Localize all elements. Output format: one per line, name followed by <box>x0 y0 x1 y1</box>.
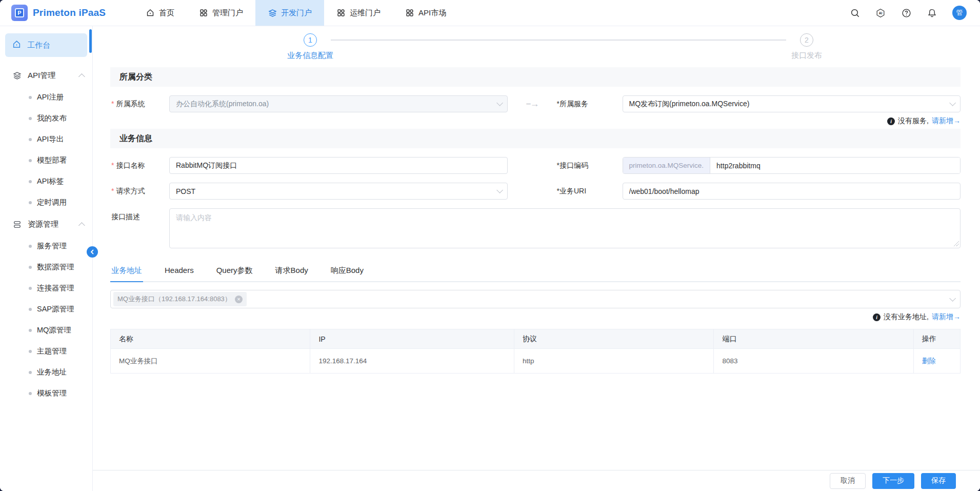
request-method-select[interactable]: POST <box>169 183 508 200</box>
layers-icon <box>12 71 22 80</box>
database-icon <box>12 220 22 229</box>
cell-port: 8083 <box>714 349 913 374</box>
system-select[interactable]: 办公自动化系统(primeton.oa) <box>169 95 508 112</box>
chevron-up-icon <box>78 222 85 229</box>
sidebar-item-api-tags[interactable]: API标签 <box>0 171 92 192</box>
sidebar-item-label: 数据源管理 <box>37 262 74 272</box>
bullet-icon <box>29 329 32 332</box>
user-avatar[interactable]: 管 <box>952 6 967 20</box>
step-interface-publish[interactable]: 2 接口发布 <box>786 33 827 61</box>
bullet-icon <box>29 287 32 290</box>
tab-business-address[interactable]: 业务地址 <box>110 262 143 281</box>
sidebar-item-business-address[interactable]: 业务地址 <box>0 362 92 383</box>
tab-headers[interactable]: Headers <box>164 262 195 281</box>
row-name-code: *接口名称 *接口编码 primeton.oa.MQService. <box>110 157 961 174</box>
tag-close-icon[interactable]: × <box>235 296 243 303</box>
service-select[interactable]: MQ发布订阅(primeton.oa.MQService) <box>623 95 961 112</box>
sidebar-item-my-publish[interactable]: 我的发布 <box>0 108 92 129</box>
tab-response-body[interactable]: 响应Body <box>330 262 365 281</box>
notifications-bell-icon[interactable] <box>927 8 937 18</box>
interface-code-group: primeton.oa.MQService. <box>623 157 961 174</box>
sidebar-item-datasource-management[interactable]: 数据源管理 <box>0 257 92 278</box>
business-address-select[interactable]: MQ业务接口（192.168.17.164:8083） × <box>110 290 961 308</box>
main-content: 1 业务信息配置 2 接口发布 所属分类 *所属系统 办公自动化系统( <box>93 26 980 491</box>
sidebar-item-label: 工作台 <box>27 41 50 50</box>
sidebar-item-topic-management[interactable]: 主题管理 <box>0 341 92 362</box>
col-header-name: 名称 <box>111 329 310 349</box>
sidebar-item-label: MQ源管理 <box>37 325 71 335</box>
nav-item-ops-portal[interactable]: 运维门户 <box>324 0 393 26</box>
interface-code-label: *接口编码 <box>557 161 623 170</box>
delete-row-link[interactable]: 删除 <box>922 357 936 365</box>
required-asterisk: * <box>111 100 114 108</box>
interface-description-textarea[interactable] <box>169 208 961 248</box>
sidebar-group-api-management[interactable]: API管理 <box>0 64 92 87</box>
sidebar-item-api-export[interactable]: API导出 <box>0 129 92 150</box>
nav-item-api-market[interactable]: API市场 <box>393 0 458 26</box>
bullet-icon <box>29 117 32 120</box>
sidebar-item-scheduled-call[interactable]: 定时调用 <box>0 192 92 213</box>
nav-item-admin-portal[interactable]: 管理门户 <box>187 0 255 26</box>
sidebar-item-label: API标签 <box>37 176 64 186</box>
tab-query-params[interactable]: Query参数 <box>215 262 254 281</box>
add-service-link[interactable]: 请新增→ <box>932 116 961 126</box>
search-icon[interactable] <box>850 8 860 18</box>
required-asterisk: * <box>111 187 114 195</box>
section-title-category: 所属分类 <box>110 67 961 87</box>
step-label: 业务信息配置 <box>287 51 333 61</box>
chevron-down-icon <box>949 100 956 106</box>
add-address-link[interactable]: 请新增→ <box>932 312 961 322</box>
sidebar-item-label: 模型部署 <box>37 155 67 165</box>
system-select-value: 办公自动化系统(primeton.oa) <box>176 100 269 109</box>
help-icon[interactable] <box>901 8 911 18</box>
sidebar-item-sap-source-management[interactable]: SAP源管理 <box>0 299 92 320</box>
sidebar-item-template-management[interactable]: 模板管理 <box>0 383 92 404</box>
sidebar-item-label: API导出 <box>37 134 64 144</box>
sidebar-item-workbench[interactable]: 工作台 <box>5 33 87 57</box>
address-tag: MQ业务接口（192.168.17.164:8083） × <box>113 292 247 306</box>
nav-item-label: 首页 <box>159 8 174 18</box>
sidebar-item-label: 连接器管理 <box>37 283 74 293</box>
next-step-button[interactable]: 下一步 <box>872 473 914 489</box>
save-button[interactable]: 保存 <box>921 473 956 489</box>
bullet-icon <box>29 201 32 204</box>
grid-icon <box>336 8 346 17</box>
sidebar-item-service-management[interactable]: 服务管理 <box>0 235 92 257</box>
col-header-port: 端口 <box>714 329 913 349</box>
bullet-icon <box>29 138 32 141</box>
brand[interactable]: P Primeton iPaaS <box>0 0 133 26</box>
ai-assistant-icon[interactable]: AI <box>875 8 886 18</box>
chevron-down-icon <box>496 187 503 193</box>
sidebar-item-mq-source-management[interactable]: MQ源管理 <box>0 320 92 341</box>
interface-description-label: 接口描述 <box>110 208 169 222</box>
grid-icon <box>199 8 208 17</box>
sidebar-collapse-button[interactable] <box>87 246 98 258</box>
interface-code-prefix: primeton.oa.MQService. <box>623 158 711 173</box>
sidebar-item-label: 业务地址 <box>37 367 67 377</box>
sidebar-group-resource-management[interactable]: 资源管理 <box>0 213 92 235</box>
sidebar-item-label: SAP源管理 <box>37 304 74 314</box>
sidebar-item-api-register[interactable]: API注册 <box>0 87 92 108</box>
no-service-hint: i 没有服务,请新增→ <box>110 116 961 126</box>
brand-name: Primeton iPaaS <box>33 7 106 18</box>
col-header-protocol: 协议 <box>514 329 714 349</box>
bullet-icon <box>29 180 32 183</box>
step-business-info[interactable]: 1 业务信息配置 <box>290 33 331 61</box>
nav-item-label: 开发门户 <box>281 8 312 18</box>
table-row: MQ业务接口 192.168.17.164 http 8083 删除 <box>111 349 961 374</box>
brand-logo-icon: P <box>11 5 28 21</box>
sidebar-item-model-deploy[interactable]: 模型部署 <box>0 150 92 171</box>
mapping-arrow-icon: --→ <box>526 99 538 109</box>
sidebar-item-connector-management[interactable]: 连接器管理 <box>0 278 92 299</box>
nav-item-home[interactable]: 首页 <box>133 0 187 26</box>
row-method-uri: *请求方式 POST *业务URI <box>110 183 961 200</box>
interface-code-input[interactable] <box>710 158 960 173</box>
business-uri-input[interactable] <box>623 183 961 200</box>
sidebar-group-api-items: API注册 我的发布 API导出 模型部署 API标签 定时调用 <box>0 87 92 213</box>
tab-request-body[interactable]: 请求Body <box>274 262 309 281</box>
col-header-action: 操作 <box>913 329 960 349</box>
sidebar-scrollbar-thumb[interactable] <box>89 29 92 53</box>
interface-name-input[interactable] <box>169 157 508 174</box>
cancel-button[interactable]: 取消 <box>830 473 866 489</box>
nav-item-dev-portal[interactable]: 开发门户 <box>255 0 324 26</box>
